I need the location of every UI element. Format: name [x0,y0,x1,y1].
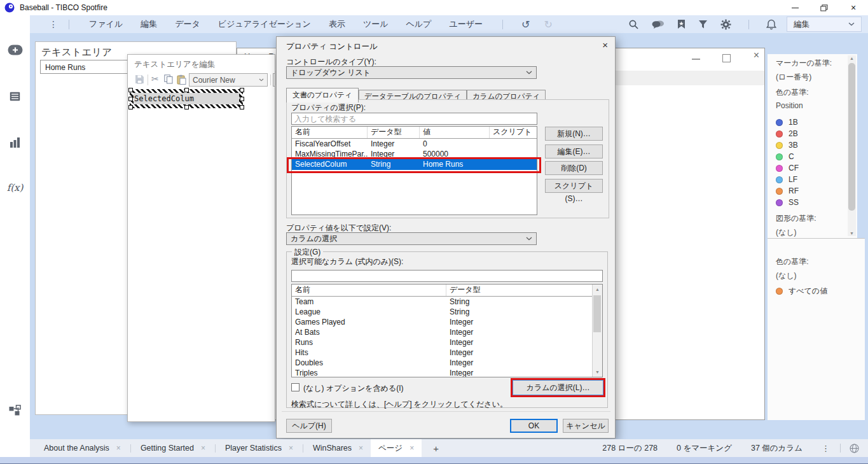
scroll-up-icon[interactable]: ▲ [593,287,602,292]
page-tab-player-statistics[interactable]: Player Statistics × [217,439,301,457]
legend-item[interactable]: 3B [776,141,798,150]
menu-kebab-icon[interactable]: ⋮ [49,19,58,29]
gear-icon[interactable] [720,19,731,30]
menu-tools[interactable]: ツール [363,18,389,30]
resize-handle[interactable] [128,88,133,92]
globe-icon[interactable] [850,444,859,453]
select-columns-button[interactable]: カラムの選択(L)… [513,380,603,395]
resize-handle[interactable] [240,97,244,101]
legend-item[interactable]: すべての値 [776,286,827,297]
close-button[interactable]: × [839,0,868,15]
resize-handle[interactable] [184,105,189,109]
maximize-icon[interactable] [722,54,731,62]
table-row[interactable]: FiscalYearOffset Integer 0 [292,139,537,149]
table-row-selected[interactable]: SelectedColum String Home Runs [292,159,537,170]
paste-icon[interactable] [177,74,186,85]
data-canvas-icon[interactable] [0,405,30,416]
resize-handle[interactable] [128,97,133,101]
color-by-value[interactable]: Position [776,101,803,110]
font-family-dropdown[interactable]: Courier New [189,73,268,87]
script-button[interactable]: スクリプト(S)… [545,179,603,193]
search-icon[interactable] [628,19,639,30]
tab-close-icon[interactable]: × [410,444,414,453]
table-row[interactable]: TriplesInteger [292,368,602,377]
visualizations-icon[interactable] [0,137,30,148]
cut-icon[interactable]: ✂ [151,74,159,84]
page-tab-about[interactable]: About the Analysis × [36,439,128,457]
resize-handle[interactable] [240,88,244,92]
resize-handle[interactable] [128,105,133,109]
page-tab-getting-started[interactable]: Getting Started × [133,439,213,457]
legend-item[interactable]: SS [776,198,799,207]
scrollbar-thumb[interactable] [848,63,855,211]
marker-by-value[interactable]: (ロー番号) [776,72,811,83]
color-by-value-2[interactable]: (なし) [776,271,797,281]
menu-visualization[interactable]: ビジュアライゼーション [218,18,311,30]
delete-button[interactable]: 削除(D) [545,161,603,175]
selected-property-control[interactable]: SelectedColum [130,89,243,108]
undo-icon[interactable]: ↺ [521,18,530,31]
table-row[interactable]: Games PlayedInteger [292,317,602,327]
help-button[interactable]: ヘルプ(H) [286,419,332,433]
save-icon[interactable] [135,74,144,84]
pages-icon[interactable] [0,92,30,101]
table-row[interactable]: HitsInteger [292,348,602,358]
legend-scrollbar[interactable]: ▲ ▼ [848,55,856,236]
legend-item[interactable]: RF [776,186,799,195]
add-page-icon[interactable]: + [433,443,439,454]
minimize-button[interactable] [780,0,809,15]
status-kebab-icon[interactable]: ⋮ [822,444,830,453]
legend-item[interactable]: LF [776,175,797,184]
filter-icon[interactable] [698,20,708,29]
edit-button[interactable]: 編集(E)… [545,144,603,158]
column-filter-input[interactable] [291,270,603,282]
textarea-property-dropdown[interactable]: Home Runs [40,60,133,74]
menu-user[interactable]: ユーザー [449,18,483,30]
set-value-dropdown[interactable]: カラムの選択 [286,232,537,245]
bell-icon[interactable] [766,19,776,30]
close-icon[interactable]: × [754,50,759,61]
page-tab-active[interactable]: ページ × [371,439,422,457]
legend-item[interactable]: 1B [776,118,798,127]
ok-button[interactable]: OK [510,419,558,433]
copy-icon[interactable] [164,74,174,84]
property-search-input[interactable] [291,113,537,125]
new-button[interactable]: 新規(N)… [545,127,603,141]
cancel-button[interactable]: キャンセル [563,419,609,433]
scrollbar-thumb[interactable] [593,295,601,332]
scroll-down-icon[interactable]: ▼ [848,231,856,236]
mode-dropdown[interactable]: 編集 [787,17,862,32]
menu-view[interactable]: 表示 [329,18,345,30]
table-row[interactable]: MaxMissingTimePar... Integer 500000 [292,149,537,159]
legend-item[interactable]: CF [776,164,799,172]
menu-edit[interactable]: 編集 [141,18,157,30]
table-row[interactable]: LeagueString [292,307,602,317]
table-row[interactable]: RunsInteger [292,337,602,348]
resize-handle[interactable] [240,105,244,109]
minimize-icon[interactable] [692,59,700,60]
legend-item[interactable]: 2B [776,129,798,138]
page-tab-winshares[interactable]: WinShares × [305,439,371,457]
legend-item[interactable]: C [776,152,794,161]
tab-close-icon[interactable]: × [359,444,363,453]
restore-button[interactable] [809,0,839,15]
comments-icon[interactable] [652,20,665,29]
resize-handle[interactable] [184,88,189,92]
bookmark-icon[interactable] [677,19,685,29]
redo-icon[interactable]: ↻ [544,18,552,31]
table-row[interactable]: At BatsInteger [292,327,602,337]
scroll-up-icon[interactable]: ▲ [848,56,856,60]
font-size-dropdown[interactable]: 8 [273,73,275,87]
menu-help[interactable]: ヘルプ [406,18,431,30]
scroll-down-icon[interactable]: ▼ [593,370,602,374]
close-icon[interactable]: × [602,39,608,50]
menu-data[interactable]: データ [175,18,200,30]
functions-icon[interactable]: f(x) [0,182,30,193]
shape-by-value[interactable]: (なし) [776,227,797,238]
tab-close-icon[interactable]: × [289,444,293,453]
tab-document-properties[interactable]: 文書のプロパティ [286,88,359,102]
control-type-dropdown[interactable]: ドロップダウン リスト [286,66,537,79]
menu-file[interactable]: ファイル [89,18,123,30]
table-row[interactable]: TeamString [292,297,602,307]
table-row[interactable]: DoublesInteger [292,358,602,368]
